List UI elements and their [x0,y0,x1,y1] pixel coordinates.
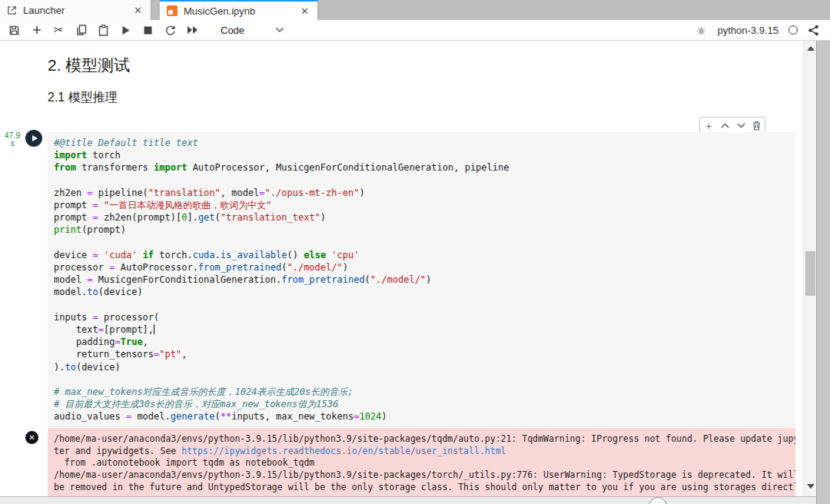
stderr-link[interactable]: https://ipywidgets.readthedocs.io/en/sta… [181,446,506,456]
stop-button[interactable] [141,24,154,37]
code-line: ).to(device) [54,361,789,373]
share-icon[interactable] [808,25,819,36]
code-line: import torch [54,149,789,161]
code-line [54,174,789,187]
move-cell-down-button[interactable] [737,123,745,128]
code-line: # 目前最大支持生成30s长的音乐，对应max_new_tokens值为1536 [54,398,789,410]
kernel-status-icon [788,25,798,35]
copy-cell-button[interactable] [75,24,88,37]
output-collapse-button[interactable]: ✕ [25,431,38,444]
cut-cell-button[interactable]: ✂ [52,24,65,37]
code-line: device = 'cuda' if torch.cuda.is_availab… [54,249,789,261]
err-line: /home/ma-user/anaconda3/envs/python-3.9.… [54,433,789,446]
fast-forward-icon [187,25,198,35]
err-line: /home/ma-user/anaconda3/envs/python-3.9.… [54,469,789,482]
code-line: processor = AutoProcessor.from_pretraine… [54,261,789,274]
paste-cell-button[interactable] [97,24,110,37]
tab-musicgen[interactable]: MusicGen.ipynb ✕ [160,0,318,20]
markdown-heading-2: 2.1 模型推理 [48,90,118,106]
chevron-up-icon [721,123,729,128]
scroll-up-arrow-icon[interactable] [807,46,815,51]
err-line: ter and ipywidgets. See https://ipywidge… [54,446,789,458]
run-icon [121,25,131,35]
notebook-toolbar: ✂ Code python-3.9.15 [0,20,830,41]
bottom-panel [0,496,816,504]
code-line: model = MusicgenForConditionalGeneration… [54,274,789,286]
notebook-content: 2. 模型测试 2.1 模型推理 ＋ 47.9 s #@title Defaul… [0,41,816,496]
kernel-name[interactable]: python-3.9.15 [717,25,779,36]
launcher-icon [7,5,17,15]
tab-launcher[interactable]: Launcher ✕ [0,0,151,20]
chevron-down-icon [275,27,284,33]
stop-icon [144,26,152,35]
window-right-edge [816,41,830,504]
code-line: text=[prompt], [54,323,789,336]
save-icon [8,25,20,36]
tab-label: Launcher [23,5,126,16]
code-line: # max_new_tokens对应生成音乐的长度，1024表示生成20s长的音… [54,386,789,398]
code-line: inputs = processor( [54,311,789,323]
code-line: zh2en = pipeline("translation", model=".… [54,187,789,199]
close-icon[interactable]: ✕ [132,5,144,16]
cell-type-dropdown[interactable]: Code [221,25,284,36]
vertical-scrollbar[interactable] [803,41,816,496]
notebook-icon [167,5,178,16]
chevron-down-icon [737,123,745,128]
code-line: padding=True, [54,336,789,348]
restart-kernel-button[interactable] [164,24,177,37]
code-line: prompt = zh2en(prompt)[0].get("translati… [54,211,789,224]
code-editor[interactable]: #@title Default title textimport torchfr… [48,132,795,427]
code-line: #@title Default title text [54,137,789,149]
scissors-icon: ✂ [54,23,64,37]
markdown-heading-1: 2. 模型测试 [48,55,130,76]
run-button[interactable] [119,24,132,37]
add-cell-button[interactable] [30,24,43,37]
paste-icon [98,25,108,36]
err-line: from .autonotebook import tqdm as notebo… [54,457,789,469]
add-cell-below-button[interactable]: ＋ [704,121,714,131]
code-line: model.to(device) [54,286,789,298]
restart-icon [165,25,176,35]
code-line: from transformers import AutoProcessor, … [54,161,789,174]
close-icon[interactable]: ✕ [299,5,310,17]
scroll-down-arrow-icon[interactable] [807,484,815,489]
cell-type-value: Code [221,25,244,36]
run-all-button[interactable] [186,24,199,37]
debugger-bug-icon[interactable] [696,25,707,36]
trash-icon [752,121,761,131]
code-line: prompt = "一首日本动漫风格的歌曲，歌词为中文" [54,199,789,211]
move-cell-up-button[interactable] [721,123,729,128]
delete-cell-button[interactable] [752,121,761,131]
code-line [54,237,789,249]
run-cell-button[interactable] [25,130,42,147]
stderr-output: /home/ma-user/anaconda3/envs/python-3.9.… [48,428,795,496]
tab-bar: Launcher ✕ MusicGen.ipynb ✕ [0,0,830,20]
tab-label: MusicGen.ipynb [184,5,293,17]
scrollbar-thumb[interactable] [805,251,815,296]
play-icon [32,135,38,141]
copy-icon [76,25,87,35]
err-line: be removed in the future and UntypedStor… [54,482,789,494]
code-line [54,373,789,386]
save-button[interactable] [8,24,21,37]
plus-icon [32,25,42,35]
jupyter-notebook-window: Launcher ✕ MusicGen.ipynb ✕ ✂ [0,0,830,504]
code-line [54,299,789,311]
code-line: print(prompt) [54,224,789,236]
execution-time: 47.9 s [2,131,23,147]
code-line: audio_values = model.generate(**inputs, … [54,410,789,423]
code-line: return_tensors="pt", [54,348,789,360]
